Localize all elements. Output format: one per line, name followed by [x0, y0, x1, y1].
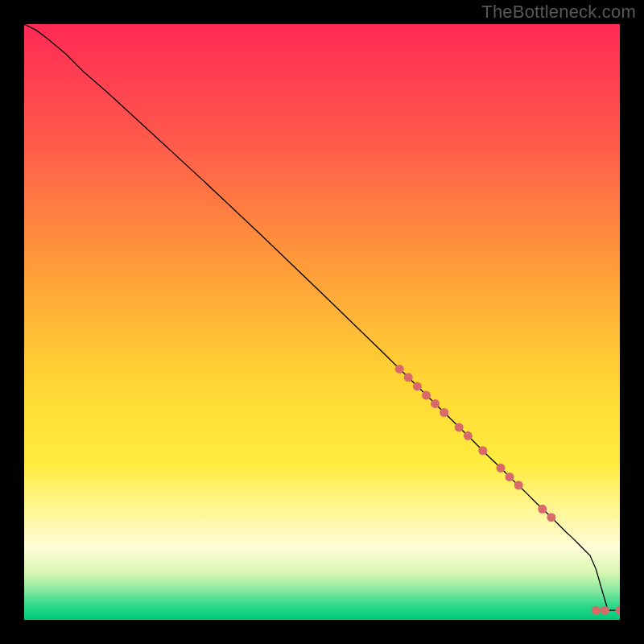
watermark-text: TheBottleneck.com [481, 2, 636, 23]
data-point [478, 446, 487, 455]
data-point [601, 606, 609, 615]
data-point [497, 464, 506, 473]
data-point [592, 606, 601, 615]
data-point [538, 505, 547, 514]
data-point [506, 473, 514, 481]
data-point [431, 399, 440, 408]
data-point [422, 391, 431, 400]
data-point [455, 423, 464, 431]
data-point [547, 513, 555, 522]
chart-frame: TheBottleneck.com [0, 0, 644, 644]
chart-svg [24, 24, 620, 620]
data-point [395, 365, 404, 374]
plot-area [24, 24, 620, 620]
data-point [464, 431, 473, 440]
data-point [413, 382, 422, 390]
gradient-background [24, 24, 620, 620]
data-point [440, 408, 448, 417]
data-point [514, 481, 523, 489]
data-point [404, 373, 413, 382]
